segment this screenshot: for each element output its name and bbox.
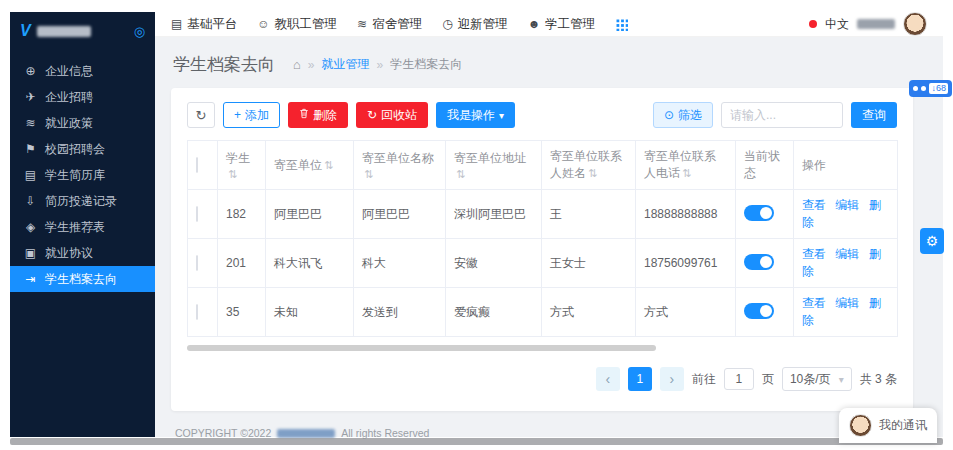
column-label: 寄至单位联系人姓名 (550, 149, 622, 180)
sidebar-item-archive-destination[interactable]: ⇥ 学生档案去向 (10, 266, 155, 292)
view-link[interactable]: 查看 (802, 247, 826, 261)
chevron-down-icon: ▾ (839, 374, 844, 385)
filter-icon: ⊙ (664, 108, 674, 122)
data-table: 学生⇅ 寄至单位⇅ 寄至单位名称⇅ 寄至单位地址⇅ 寄至单位联系人姓名⇅ 寄至单… (187, 140, 898, 337)
cell-address: 安徽 (446, 239, 542, 288)
row-checkbox[interactable] (196, 206, 198, 222)
row-checkbox[interactable] (196, 304, 198, 320)
settings-drawer-button[interactable]: ⚙ (920, 228, 944, 254)
select-all-header[interactable] (188, 141, 218, 190)
nav-item-dorm-mgmt[interactable]: ≋ 宿舍管理 (357, 16, 422, 33)
sidebar-item-label: 学生档案去向 (45, 271, 117, 288)
home-icon[interactable]: ⌂ (293, 57, 301, 72)
column-header-contact-phone[interactable]: 寄至单位联系人电话⇅ (636, 141, 736, 190)
goto-page-input[interactable] (724, 368, 754, 390)
bottom-scrollbar[interactable] (10, 438, 943, 445)
student-affairs-icon: ☻ (528, 17, 541, 31)
batch-actions-button[interactable]: 我是操作 ▾ (436, 102, 515, 128)
badge-dot (921, 86, 926, 91)
search-input[interactable] (721, 102, 843, 128)
cell-unit-name: 阿里巴巴 (354, 190, 446, 239)
sidebar-item-employment-policy[interactable]: ≋ 就业政策 (10, 110, 155, 136)
sidebar-item-label: 企业招聘 (45, 89, 93, 106)
sort-icon[interactable]: ⇅ (228, 168, 237, 180)
logout-icon: ⇥ (24, 272, 37, 286)
sidebar-item-resume-library[interactable]: ▤ 学生简历库 (10, 162, 155, 188)
language-switch[interactable]: 中文 (825, 16, 849, 33)
add-button[interactable]: + 添加 (223, 102, 280, 128)
nav-item-student-affairs[interactable]: ☻ 学工管理 (528, 16, 596, 33)
sort-icon[interactable]: ⇅ (364, 168, 373, 180)
chat-widget[interactable]: 我的通讯 (839, 408, 937, 443)
sort-icon[interactable]: ⇅ (324, 159, 333, 171)
download-icon: ⇩ (24, 194, 37, 208)
logo-row: V ◎ (10, 12, 155, 50)
nav-item-label: 迎新管理 (458, 16, 508, 33)
total-count: 共 3 条 (860, 371, 897, 388)
sort-icon[interactable]: ⇅ (456, 168, 465, 180)
sidebar-item-label: 就业协议 (45, 245, 93, 262)
refresh-icon: ↻ (196, 108, 207, 123)
row-select-cell (188, 190, 218, 239)
recycle-bin-button[interactable]: ↻ 回收站 (356, 102, 428, 128)
query-button[interactable]: 查询 (851, 102, 897, 128)
nav-item-staff-mgmt[interactable]: ☺ 教职工管理 (257, 16, 337, 33)
breadcrumb-link-employment[interactable]: 就业管理 (322, 56, 370, 73)
float-download-badge[interactable]: ↓68 (909, 80, 952, 97)
delete-button[interactable]: 删除 (288, 102, 348, 128)
row-select-cell (188, 288, 218, 337)
flag-icon: ⚑ (24, 142, 37, 156)
edit-link[interactable]: 编辑 (835, 296, 859, 310)
avatar[interactable] (903, 12, 927, 36)
cell-address: 爱疯癫 (446, 288, 542, 337)
sidebar-item-company-info[interactable]: ⊕ 企业信息 (10, 58, 155, 84)
status-toggle[interactable] (744, 205, 774, 221)
column-header-student[interactable]: 学生⇅ (218, 141, 266, 190)
column-header-address[interactable]: 寄至单位地址⇅ (446, 141, 542, 190)
cell-unit-name: 科大 (354, 239, 446, 288)
page-head: 学生档案去向 ⌂ » 就业管理 » 学生档案去向 (171, 47, 913, 88)
select-all-checkbox[interactable] (196, 157, 198, 173)
sidebar-item-label: 校园招聘会 (45, 141, 105, 158)
sidebar-item-employment-agreement[interactable]: ▣ 就业协议 (10, 240, 155, 266)
page-size-select[interactable]: 10条/页 ▾ (782, 367, 852, 391)
view-link[interactable]: 查看 (802, 198, 826, 212)
cell-status (736, 190, 794, 239)
send-icon: ✈ (24, 90, 37, 104)
sidebar-item-label: 企业信息 (45, 63, 93, 80)
plus-icon: + (234, 108, 241, 122)
sort-icon[interactable]: ⇅ (588, 167, 597, 179)
sidebar-item-company-recruit[interactable]: ✈ 企业招聘 (10, 84, 155, 110)
row-checkbox[interactable] (196, 255, 198, 271)
edit-link[interactable]: 编辑 (835, 198, 859, 212)
sidebar-item-campus-jobfair[interactable]: ⚑ 校园招聘会 (10, 136, 155, 162)
refresh-button[interactable]: ↻ (187, 102, 215, 128)
view-link[interactable]: 查看 (802, 296, 826, 310)
status-toggle[interactable] (744, 254, 774, 270)
horizontal-scrollbar[interactable] (187, 345, 656, 351)
apps-grid-icon[interactable] (615, 18, 628, 31)
column-header-contact-name[interactable]: 寄至单位联系人姓名⇅ (542, 141, 636, 190)
breadcrumb-separator: » (377, 58, 384, 72)
column-header-unit[interactable]: 寄至单位⇅ (266, 141, 354, 190)
sidebar-item-resume-delivery[interactable]: ⇩ 简历投递记录 (10, 188, 155, 214)
table-row: 182 阿里巴巴 阿里巴巴 深圳阿里巴巴 王 18888888888 查看 编辑 (188, 190, 898, 239)
sort-icon[interactable]: ⇅ (682, 167, 691, 179)
column-header-unit-name[interactable]: 寄至单位名称⇅ (354, 141, 446, 190)
collapse-icon[interactable]: ◎ (134, 24, 145, 39)
prev-page-button[interactable]: ‹ (596, 367, 620, 391)
filter-button[interactable]: ⊙ 筛选 (653, 102, 713, 128)
sidebar-item-recommendation[interactable]: ◈ 学生推荐表 (10, 214, 155, 240)
next-page-button[interactable]: › (660, 367, 684, 391)
status-toggle[interactable] (744, 303, 774, 319)
cell-actions: 查看 编辑 删除 (794, 190, 898, 239)
page-number-current[interactable]: 1 (628, 367, 652, 391)
cell-phone: 18756099761 (636, 239, 736, 288)
copyright-redacted (277, 429, 335, 438)
column-label: 当前状态 (744, 149, 780, 180)
nav-item-orientation-mgmt[interactable]: ◷ 迎新管理 (442, 16, 507, 33)
cell-unit-name: 发送到 (354, 288, 446, 337)
edit-link[interactable]: 编辑 (835, 247, 859, 261)
nav-item-base-platform[interactable]: ▤ 基础平台 (171, 16, 237, 33)
table-row: 201 科大讯飞 科大 安徽 王女士 18756099761 查看 编辑 (188, 239, 898, 288)
